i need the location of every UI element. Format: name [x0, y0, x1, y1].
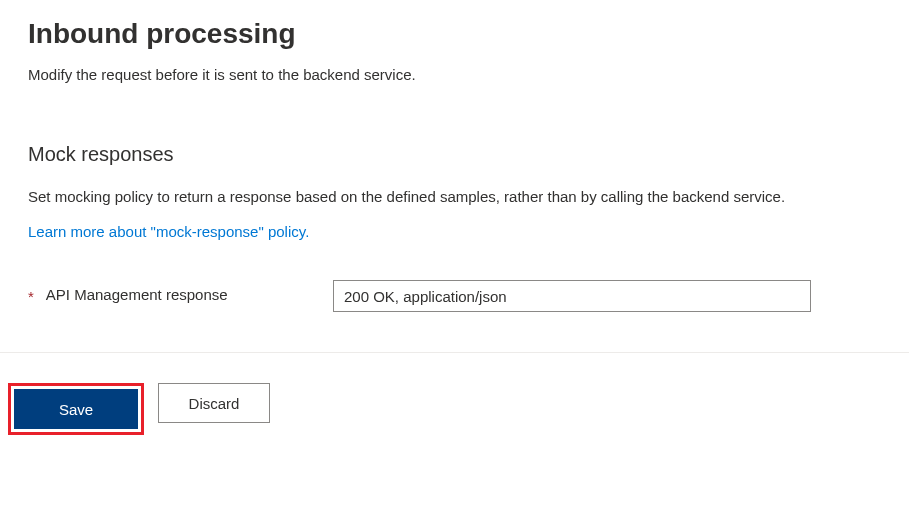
api-management-response-select[interactable] [333, 280, 811, 312]
page-description: Modify the request before it is sent to … [28, 66, 881, 83]
api-management-response-field: * API Management response [28, 280, 881, 312]
save-button-highlight: Save [8, 383, 144, 435]
save-button[interactable]: Save [14, 389, 138, 429]
discard-button[interactable]: Discard [158, 383, 270, 423]
section-title-mock-responses: Mock responses [28, 143, 881, 166]
section-description: Set mocking policy to return a response … [28, 188, 881, 205]
api-management-response-label: API Management response [46, 286, 228, 303]
button-bar: Save Discard [0, 353, 909, 443]
required-asterisk: * [28, 286, 34, 307]
learn-more-link[interactable]: Learn more about "mock-response" policy. [28, 223, 309, 240]
page-title: Inbound processing [28, 18, 881, 50]
